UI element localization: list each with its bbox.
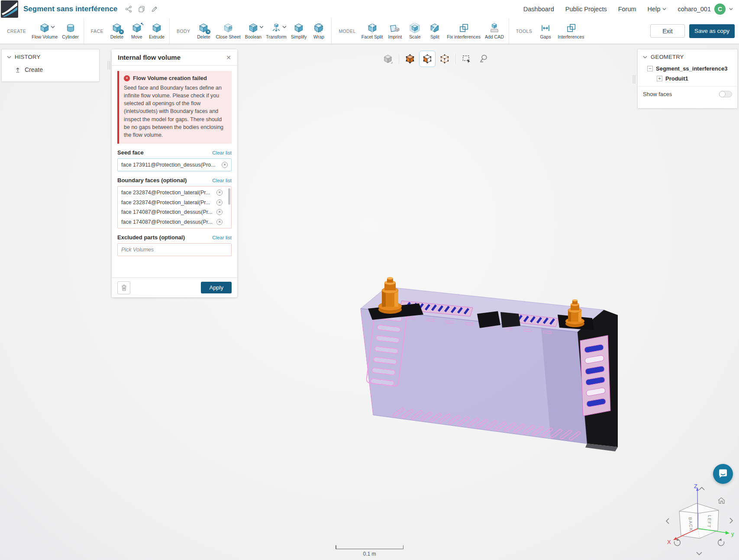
tree-node-root[interactable]: Segment_ss_interference3 [638, 64, 737, 74]
remove-face-icon[interactable] [216, 219, 223, 225]
nav-help[interactable]: Help [648, 6, 667, 13]
add-cad-button[interactable]: Add CAD [483, 18, 506, 44]
face-move-button[interactable]: Move [127, 18, 147, 44]
duplicate-icon[interactable] [138, 6, 145, 13]
list-item[interactable]: face 174087@Protection_dessus(Pr... [118, 207, 231, 217]
boundary-faces-label: Boundary faces (optional) [117, 177, 187, 183]
remove-face-icon[interactable] [216, 209, 223, 215]
select-vertex-mode-button[interactable] [437, 51, 452, 67]
toolbar-group-face: FACE Delete Move Extrude [84, 18, 170, 44]
toolbar-group-tools: TOOLS Gaps Interferences [509, 18, 589, 44]
face-extrude-button[interactable]: Extrude [147, 18, 167, 44]
group-label: TOOLS [516, 29, 532, 34]
fix-interferences-button[interactable]: Fix interferences [445, 18, 483, 44]
list-item[interactable]: face 232874@Protection_lateral(Pr... [118, 188, 231, 198]
list-item[interactable]: face 174087@Protection_dessus(Pr... [118, 217, 231, 227]
edit-pencil-icon[interactable] [151, 6, 158, 13]
group-label: FACE [91, 29, 103, 34]
axis-z-label: Z [694, 483, 697, 489]
geometry-header[interactable]: GEOMETRY [638, 49, 737, 64]
project-title: Segment sans interférence [23, 5, 117, 13]
selection-mode-toolbar [380, 51, 491, 67]
chevron-down-icon [643, 56, 647, 58]
exit-button[interactable]: Exit [650, 24, 685, 38]
remove-face-icon[interactable] [216, 190, 223, 196]
panel-resize-handle[interactable] [108, 61, 110, 70]
select-body-mode-button[interactable] [380, 51, 396, 67]
share-icon[interactable] [125, 6, 132, 13]
gray-cube-icon [383, 54, 393, 64]
nav-public-projects[interactable]: Public Projects [565, 6, 607, 13]
excluded-parts-input[interactable]: Pick Volumes [117, 243, 232, 256]
support-chat-button[interactable] [713, 464, 733, 484]
remove-face-icon[interactable] [222, 162, 228, 168]
view-cube-left-face[interactable]: LEFT [707, 515, 712, 528]
remove-face-icon[interactable] [216, 200, 223, 206]
chevron-down-icon[interactable] [283, 26, 286, 28]
panel-resize-handle[interactable] [633, 75, 635, 84]
separator [455, 54, 456, 64]
expand-icon[interactable] [657, 76, 662, 81]
app-logo-icon[interactable] [1, 0, 18, 18]
flow-volume-button[interactable]: Flow Volume [29, 18, 60, 44]
close-sheet-button[interactable]: Close Sheet [213, 18, 242, 44]
boundary-faces-list[interactable]: face 232874@Protection_lateral(Pr... fac… [117, 186, 232, 229]
history-header[interactable]: HISTORY [2, 49, 99, 64]
seed-clear-list-link[interactable]: Clear list [212, 150, 232, 155]
seed-face-input[interactable]: face 173911@Protection_dessus(Pro... [117, 158, 232, 171]
cylinder-button[interactable]: Cylinder [60, 18, 81, 44]
measure-tool-button[interactable] [476, 51, 491, 67]
collapse-icon[interactable] [647, 66, 653, 71]
nav-dashboard[interactable]: Dashboard [523, 6, 554, 13]
imprint-button[interactable]: Imprint [385, 18, 405, 44]
cylinder-icon [65, 23, 76, 33]
boundary-clear-list-link[interactable]: Clear list [212, 178, 232, 183]
box-select-button[interactable] [459, 51, 474, 67]
chevron-down-icon [729, 8, 733, 10]
select-volume-mode-button[interactable] [402, 51, 418, 67]
facet-split-button[interactable]: Facet Split [359, 18, 385, 44]
user-menu[interactable]: coharo_001 C [678, 3, 733, 15]
excluded-clear-list-link[interactable]: Clear list [212, 235, 232, 240]
view-cube-navigator[interactable]: BACK LEFT Z X y [660, 483, 736, 559]
save-as-copy-button[interactable]: Save as copy [689, 24, 735, 38]
battery-module-3d-model[interactable] [355, 273, 623, 455]
close-icon[interactable] [226, 54, 231, 61]
home-view-icon[interactable] [718, 498, 724, 503]
tree-node-child[interactable]: Produit1 [638, 74, 737, 84]
imprint-icon [390, 23, 400, 33]
rotate-right-arrow-icon[interactable] [718, 538, 724, 546]
select-face-mode-button[interactable] [419, 51, 436, 67]
nav-forum[interactable]: Forum [618, 6, 636, 13]
group-label: BODY [177, 29, 190, 34]
face-delete-button[interactable]: Delete [107, 18, 127, 44]
rotate-right-chevron[interactable] [730, 518, 733, 523]
apply-button[interactable]: Apply [201, 282, 232, 293]
wrap-button[interactable]: Wrap [309, 18, 329, 44]
chevron-down-icon[interactable] [51, 26, 55, 28]
list-item[interactable]: face 232874@Protection_lateral(Pr... [118, 197, 231, 207]
orange-cube-icon [405, 54, 415, 64]
cube-icon [39, 23, 50, 33]
delete-operation-button[interactable] [117, 281, 130, 294]
scrollbar-thumb[interactable] [228, 188, 230, 205]
rotate-down-chevron[interactable] [697, 552, 702, 555]
history-item-create[interactable]: Create [2, 64, 99, 76]
rotate-up-chevron[interactable] [699, 487, 704, 490]
rotate-left-chevron[interactable] [666, 518, 669, 524]
viewport[interactable]: HISTORY Create Internal flow volume Flow… [0, 44, 739, 560]
boolean-button[interactable]: Boolean [243, 18, 264, 44]
avatar[interactable]: C [714, 3, 726, 15]
simplify-button[interactable]: Simplify [289, 18, 309, 44]
body-delete-button[interactable]: Delete [194, 18, 213, 44]
username: coharo_001 [678, 6, 711, 13]
show-faces-toggle[interactable] [719, 91, 732, 97]
split-button[interactable]: Split [425, 18, 445, 44]
scale-button[interactable]: Scale [405, 18, 425, 44]
interferences-button[interactable]: Interferences [555, 18, 586, 44]
transform-button[interactable]: Transform [264, 18, 288, 44]
gaps-button[interactable]: Gaps [536, 18, 555, 44]
view-cube-back-face[interactable]: BACK [688, 517, 694, 532]
chat-bubble-icon [718, 469, 728, 479]
chevron-down-icon[interactable] [260, 26, 263, 28]
